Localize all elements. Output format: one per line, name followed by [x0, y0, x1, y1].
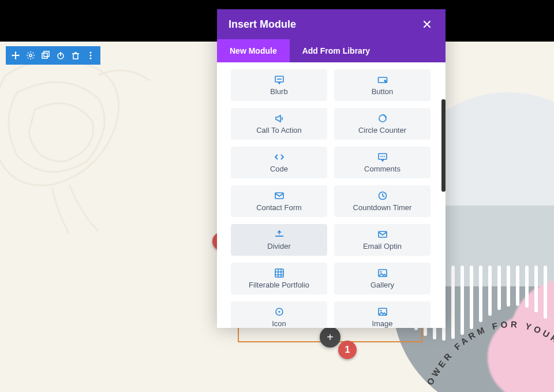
- module-card-label: Button: [372, 87, 394, 96]
- circle-counter-icon: [377, 113, 388, 124]
- module-card-label: Gallery: [370, 281, 394, 289]
- module-card-label: Divider: [267, 242, 290, 251]
- add-module-button[interactable]: +: [320, 327, 340, 348]
- module-card-code[interactable]: Code: [231, 147, 327, 178]
- module-card-circle-counter[interactable]: Circle Counter: [334, 108, 431, 140]
- duplicate-button[interactable]: [38, 46, 53, 65]
- module-grid: BlurbButtonCall To ActionCircle CounterC…: [231, 69, 436, 328]
- modal-tabs: New Module Add From Library: [217, 39, 446, 62]
- module-card-filterable-portfolio[interactable]: Filterable Portfolio: [231, 263, 327, 294]
- insert-module-modal: Insert Module New Module Add From Librar…: [217, 9, 446, 328]
- target-icon: [274, 307, 285, 317]
- module-card-label: Call To Action: [256, 126, 302, 135]
- annotation-1-label: 1: [345, 345, 350, 355]
- image-icon: [377, 307, 388, 317]
- mail-icon: [377, 229, 388, 240]
- module-card-label: Icon: [272, 319, 286, 328]
- module-card-comments[interactable]: Comments: [334, 147, 431, 178]
- module-card-blurb[interactable]: Blurb: [231, 69, 327, 101]
- module-card-label: Blurb: [270, 87, 287, 96]
- module-card-label: Code: [270, 165, 288, 173]
- modal-header: Insert Module: [217, 9, 446, 39]
- blurb-icon: [274, 74, 285, 85]
- image-icon: [377, 268, 388, 278]
- grid-icon: [274, 268, 285, 278]
- module-card-contact-form[interactable]: Contact Form: [231, 185, 327, 217]
- tab-add-from-library-label: Add From Library: [302, 46, 370, 55]
- module-card-countdown[interactable]: Countdown Timer: [334, 185, 431, 217]
- section-toolbar: [6, 46, 100, 65]
- module-card-divider[interactable]: Divider: [231, 224, 327, 256]
- module-card-label: Contact Form: [256, 203, 302, 212]
- module-card-label: Filterable Portfolio: [249, 281, 309, 289]
- toggle-button[interactable]: [53, 46, 68, 65]
- tab-new-module[interactable]: New Module: [217, 39, 290, 62]
- clock-icon: [377, 191, 388, 201]
- module-card-icon[interactable]: Icon: [231, 301, 327, 328]
- annotation-1: 1: [338, 341, 357, 359]
- plus-icon: +: [327, 331, 334, 344]
- module-card-email-optin[interactable]: Email Optin: [334, 224, 431, 256]
- module-card-label: Comments: [364, 165, 400, 173]
- module-card-button[interactable]: Button: [334, 69, 431, 101]
- module-card-image[interactable]: Image: [334, 301, 431, 328]
- more-button[interactable]: [83, 46, 98, 65]
- scrollbar-thumb[interactable]: [441, 99, 446, 192]
- megaphone-icon: [274, 113, 285, 124]
- mail-icon: [274, 191, 285, 201]
- module-card-label: Countdown Timer: [353, 203, 412, 212]
- delete-button[interactable]: [68, 46, 83, 65]
- comments-icon: [377, 152, 388, 162]
- move-button[interactable]: [8, 46, 23, 65]
- close-icon: [422, 20, 432, 29]
- tab-add-from-library[interactable]: Add From Library: [290, 39, 383, 62]
- modal-body: BlurbButtonCall To ActionCircle CounterC…: [217, 62, 446, 328]
- code-icon: [274, 152, 285, 162]
- modal-title: Insert Module: [229, 18, 296, 31]
- module-card-label: Image: [372, 319, 392, 328]
- module-card-gallery[interactable]: Gallery: [334, 263, 431, 294]
- settings-button[interactable]: [23, 46, 38, 65]
- modal-close-button[interactable]: [420, 17, 434, 31]
- module-card-label: Circle Counter: [358, 126, 406, 135]
- button-icon: [377, 74, 388, 85]
- module-card-label: Email Optin: [363, 242, 402, 251]
- divider-icon: [274, 229, 285, 240]
- module-card-cta[interactable]: Call To Action: [231, 108, 327, 140]
- floral-illustration: [0, 40, 162, 237]
- tab-new-module-label: New Module: [230, 46, 277, 55]
